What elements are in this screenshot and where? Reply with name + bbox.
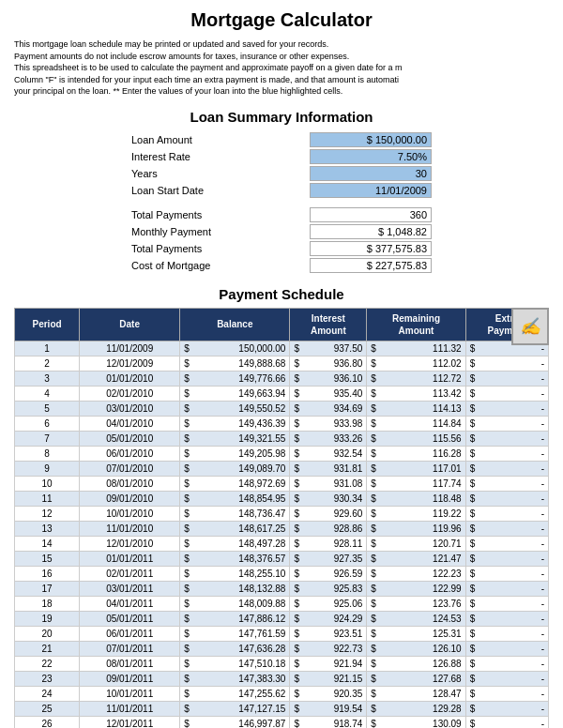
table-row: 2309/01/2011$147,383.30$921.15$127.68$-	[15, 671, 549, 686]
table-cell: $-	[465, 551, 548, 566]
table-row: 212/01/2009$149,888.68$936.80$112.02$-	[15, 356, 549, 371]
table-cell: $147,636.28	[180, 641, 290, 656]
table-cell: $920.35	[290, 686, 367, 701]
table-cell: $125.31	[367, 626, 465, 641]
table-cell: $121.47	[367, 551, 465, 566]
table-cell: 06/01/2011	[80, 626, 180, 641]
table-cell: $-	[465, 581, 548, 596]
payment-schedule-heading: Payment Schedule	[14, 286, 549, 302]
signature-stamp: ✍	[511, 308, 549, 345]
table-cell: $148,854.95	[180, 491, 290, 506]
table-cell: $-	[465, 701, 548, 716]
table-cell: $-	[465, 611, 548, 626]
table-cell: $928.86	[290, 521, 367, 536]
table-cell: $-	[465, 686, 548, 701]
table-cell: $127.68	[367, 671, 465, 686]
table-cell: $921.94	[290, 656, 367, 671]
table-cell: $-	[465, 671, 548, 686]
table-cell: 10	[15, 476, 80, 491]
table-cell: $147,886.12	[180, 611, 290, 626]
table-cell: $-	[465, 521, 548, 536]
table-cell: 18	[15, 596, 80, 611]
table-cell: 07/01/2010	[80, 461, 180, 476]
table-cell: 25	[15, 701, 80, 716]
table-cell: 12	[15, 506, 80, 521]
table-cell: 9	[15, 461, 80, 476]
table-cell: 11/01/2009	[80, 341, 180, 356]
table-cell: $923.51	[290, 626, 367, 641]
table-cell: $129.28	[367, 701, 465, 716]
loan-computed-row: Monthly Payment$ 1,048.82	[131, 224, 432, 239]
table-cell: $147,383.30	[180, 671, 290, 686]
table-cell: 22	[15, 656, 80, 671]
table-cell: $933.98	[290, 416, 367, 431]
table-row: 2208/01/2011$147,510.18$921.94$126.88$-	[15, 656, 549, 671]
table-cell: $126.88	[367, 656, 465, 671]
table-cell: $-	[465, 656, 548, 671]
table-row: 503/01/2010$149,550.52$934.69$114.13$-	[15, 401, 549, 416]
table-cell: 11/01/2010	[80, 521, 180, 536]
table-cell: $111.32	[367, 341, 465, 356]
table-cell: $148,009.88	[180, 596, 290, 611]
table-cell: $-	[465, 356, 548, 371]
table-cell: 04/01/2010	[80, 416, 180, 431]
table-cell: $149,205.98	[180, 446, 290, 461]
table-cell: $149,888.68	[180, 356, 290, 371]
table-row: 1602/01/2011$148,255.10$926.59$122.23$-	[15, 566, 549, 581]
table-cell: $118.48	[367, 491, 465, 506]
table-cell: $126.10	[367, 641, 465, 656]
table-cell: $-	[465, 506, 548, 521]
loan-computed-row: Total Payments360	[131, 207, 432, 222]
table-cell: 12/01/2011	[80, 716, 180, 728]
table-row: 1412/01/2010$148,497.28$928.11$120.71$-	[15, 536, 549, 551]
loan-input-row: Years30	[131, 166, 432, 181]
table-cell: $148,255.10	[180, 566, 290, 581]
table-cell: $936.10	[290, 371, 367, 386]
table-cell: 05/01/2010	[80, 431, 180, 446]
table-cell: 07/01/2011	[80, 641, 180, 656]
table-cell: $148,132.88	[180, 581, 290, 596]
table-cell: $-	[465, 626, 548, 641]
table-cell: 03/01/2010	[80, 401, 180, 416]
table-cell: 7	[15, 431, 80, 446]
table-cell: $931.08	[290, 476, 367, 491]
table-row: 1109/01/2010$148,854.95$930.34$118.48$-	[15, 491, 549, 506]
table-row: 2410/01/2011$147,255.62$920.35$128.47$-	[15, 686, 549, 701]
table-cell: 14	[15, 536, 80, 551]
table-cell: 4	[15, 386, 80, 401]
table-row: 1703/01/2011$148,132.88$925.83$122.99$-	[15, 581, 549, 596]
table-cell: 02/01/2010	[80, 386, 180, 401]
table-cell: $932.54	[290, 446, 367, 461]
table-row: 1501/01/2011$148,376.57$927.35$121.47$-	[15, 551, 549, 566]
table-row: 1804/01/2011$148,009.88$925.06$123.76$-	[15, 596, 549, 611]
table-cell: $146,997.87	[180, 716, 290, 728]
table-cell: $929.60	[290, 506, 367, 521]
table-cell: $148,736.47	[180, 506, 290, 521]
payment-table: PeriodDateBalanceInterestAmountRemaining…	[14, 308, 549, 728]
table-row: 2006/01/2011$147,761.59$923.51$125.31$-	[15, 626, 549, 641]
loan-input-row: Loan Start Date11/01/2009	[131, 183, 432, 198]
table-cell: $928.11	[290, 536, 367, 551]
table-cell: $-	[465, 476, 548, 491]
table-cell: $119.22	[367, 506, 465, 521]
table-cell: $936.80	[290, 356, 367, 371]
table-cell: 04/01/2011	[80, 596, 180, 611]
table-cell: 12/01/2009	[80, 356, 180, 371]
table-cell: 10/01/2010	[80, 506, 180, 521]
loan-computed-row: Total Payments$ 377,575.83	[131, 241, 432, 256]
table-cell: $149,663.94	[180, 386, 290, 401]
table-cell: $930.34	[290, 491, 367, 506]
table-cell: $918.74	[290, 716, 367, 728]
table-cell: 23	[15, 671, 80, 686]
table-cell: $149,776.66	[180, 371, 290, 386]
table-cell: $-	[465, 491, 548, 506]
table-row: 1311/01/2010$148,617.25$928.86$119.96$-	[15, 521, 549, 536]
table-cell: $-	[465, 371, 548, 386]
table-cell: $119.96	[367, 521, 465, 536]
table-cell: $115.56	[367, 431, 465, 446]
table-cell: $934.69	[290, 401, 367, 416]
table-cell: 17	[15, 581, 80, 596]
table-cell: 15	[15, 551, 80, 566]
table-cell: 19	[15, 611, 80, 626]
table-cell: $927.35	[290, 551, 367, 566]
